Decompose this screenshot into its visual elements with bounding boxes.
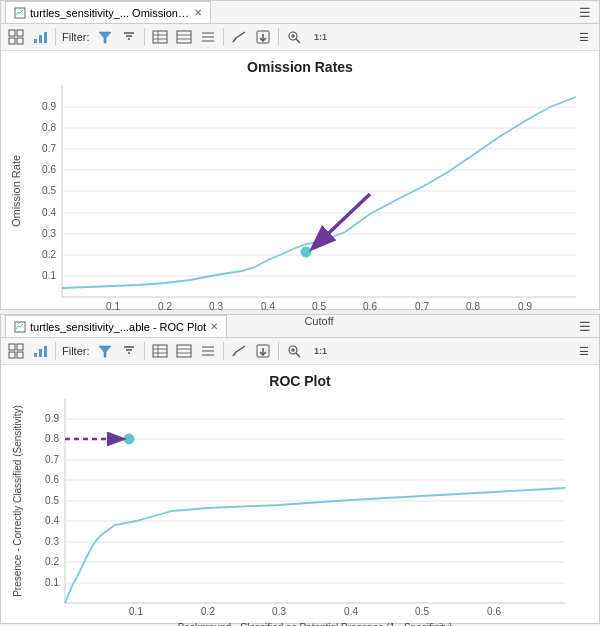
toolbar-grid-btn[interactable] bbox=[5, 26, 27, 48]
toolbar-filter-btn[interactable] bbox=[94, 26, 116, 48]
toolbar-menu-btn[interactable]: ☰ bbox=[573, 26, 595, 48]
bottom-panel: turtles_sensitivity_...able - ROC Plot ✕… bbox=[0, 314, 600, 624]
toolbar-zoom-fit-btn-b[interactable]: 1:1 bbox=[307, 340, 335, 362]
toolbar-sep3-b bbox=[223, 342, 224, 360]
svg-line-25 bbox=[296, 39, 300, 43]
toolbar-zoom-btn[interactable] bbox=[283, 26, 305, 48]
bottom-chart-area: ROC Plot Presence - Correctly Classified… bbox=[1, 365, 599, 626]
omission-highlight-point bbox=[301, 247, 311, 257]
svg-marker-66 bbox=[99, 346, 111, 357]
svg-marker-8 bbox=[99, 32, 111, 43]
svg-text:0.6: 0.6 bbox=[487, 606, 501, 617]
svg-text:0.8: 0.8 bbox=[45, 433, 59, 444]
svg-rect-3 bbox=[9, 38, 15, 44]
toolbar-export-btn[interactable] bbox=[252, 26, 274, 48]
top-chart-title: Omission Rates bbox=[1, 59, 599, 75]
omission-curve bbox=[62, 97, 576, 288]
top-tab-bar: turtles_sensitivity_... Omission Rates ✕… bbox=[1, 1, 599, 24]
svg-rect-64 bbox=[39, 349, 42, 357]
svg-text:0.7: 0.7 bbox=[415, 301, 429, 312]
svg-text:0.3: 0.3 bbox=[209, 301, 223, 312]
svg-text:0.5: 0.5 bbox=[42, 185, 56, 196]
toolbar-zoom-btn-b[interactable] bbox=[283, 340, 305, 362]
svg-text:0.8: 0.8 bbox=[466, 301, 480, 312]
toolbar-sep1 bbox=[55, 28, 56, 46]
toolbar-menu-btn-b[interactable]: ☰ bbox=[573, 340, 595, 362]
toolbar-funnel-btn-b[interactable] bbox=[118, 340, 140, 362]
svg-text:0.6: 0.6 bbox=[363, 301, 377, 312]
svg-text:0.5: 0.5 bbox=[45, 495, 59, 506]
y-axis-label-top: Omission Rate bbox=[10, 155, 22, 227]
svg-text:0.9: 0.9 bbox=[518, 301, 532, 312]
svg-text:0.3: 0.3 bbox=[272, 606, 286, 617]
svg-rect-2 bbox=[17, 30, 23, 36]
toolbar-export-btn-b[interactable] bbox=[252, 340, 274, 362]
svg-text:0.2: 0.2 bbox=[201, 606, 215, 617]
svg-rect-1 bbox=[9, 30, 15, 36]
svg-text:0.9: 0.9 bbox=[45, 413, 59, 424]
svg-rect-62 bbox=[17, 352, 23, 358]
top-toolbar: Filter: 1:1 ☰ bbox=[1, 24, 599, 51]
svg-rect-63 bbox=[34, 353, 37, 357]
toolbar-table-btn[interactable] bbox=[149, 26, 171, 48]
svg-rect-5 bbox=[34, 39, 37, 43]
toolbar-filter-btn-b[interactable] bbox=[94, 340, 116, 362]
top-tab-icon bbox=[14, 7, 26, 19]
svg-text:0.1: 0.1 bbox=[106, 301, 120, 312]
svg-text:0.9: 0.9 bbox=[42, 101, 56, 112]
toolbar-line-btn[interactable] bbox=[228, 26, 250, 48]
svg-text:0.2: 0.2 bbox=[42, 249, 56, 260]
toolbar-table2-btn-b[interactable] bbox=[173, 340, 195, 362]
svg-rect-65 bbox=[44, 346, 47, 357]
top-tab-close[interactable]: ✕ bbox=[194, 7, 202, 18]
bottom-chart-svg: Presence - Correctly Classified (Sensiti… bbox=[10, 393, 590, 626]
toolbar-chart-btn-b[interactable] bbox=[29, 340, 51, 362]
top-panel-menu-icon[interactable]: ☰ bbox=[575, 3, 595, 22]
svg-text:0.2: 0.2 bbox=[158, 301, 172, 312]
toolbar-grid-btn-b[interactable] bbox=[5, 340, 27, 362]
svg-text:0.1: 0.1 bbox=[129, 606, 143, 617]
svg-rect-6 bbox=[39, 35, 42, 43]
toolbar-chart-btn[interactable] bbox=[29, 26, 51, 48]
roc-curve bbox=[65, 488, 565, 603]
toolbar-sep3 bbox=[223, 28, 224, 46]
svg-text:0.6: 0.6 bbox=[45, 474, 59, 485]
svg-text:0.2: 0.2 bbox=[45, 556, 59, 567]
svg-text:0.3: 0.3 bbox=[42, 228, 56, 239]
toolbar-sep4 bbox=[278, 28, 279, 46]
top-chart-svg: Omission Rate 0.1 0.2 0.3 0.4 0.5 0.6 0.… bbox=[10, 79, 590, 331]
svg-rect-61 bbox=[9, 352, 15, 358]
toolbar-funnel-btn[interactable] bbox=[118, 26, 140, 48]
bottom-toolbar: Filter: 1:1 ☰ bbox=[1, 338, 599, 365]
toolbar-sep2 bbox=[144, 28, 145, 46]
svg-rect-4 bbox=[17, 38, 23, 44]
svg-text:0.4: 0.4 bbox=[344, 606, 358, 617]
top-tab[interactable]: turtles_sensitivity_... Omission Rates ✕ bbox=[5, 1, 211, 23]
svg-rect-12 bbox=[153, 31, 167, 43]
toolbar-sep4-b bbox=[278, 342, 279, 360]
top-chart-area: Omission Rates Omission Rate 0.1 0.2 0.3… bbox=[1, 51, 599, 331]
x-axis-label-top: Cutoff bbox=[304, 315, 334, 327]
svg-rect-70 bbox=[153, 345, 167, 357]
svg-rect-60 bbox=[17, 344, 23, 350]
svg-rect-7 bbox=[44, 32, 47, 43]
toolbar-table2-btn[interactable] bbox=[173, 26, 195, 48]
svg-rect-16 bbox=[177, 31, 191, 43]
svg-text:0.7: 0.7 bbox=[42, 143, 56, 154]
svg-text:0.7: 0.7 bbox=[45, 454, 59, 465]
toolbar-table-btn-b[interactable] bbox=[149, 340, 171, 362]
top-tab-label: turtles_sensitivity_... Omission Rates bbox=[30, 7, 190, 19]
toolbar-table3-btn[interactable] bbox=[197, 26, 219, 48]
filter-label-b: Filter: bbox=[62, 345, 90, 357]
svg-text:0.4: 0.4 bbox=[42, 207, 56, 218]
toolbar-sep1-b bbox=[55, 342, 56, 360]
svg-text:0.1: 0.1 bbox=[42, 270, 56, 281]
svg-text:0.5: 0.5 bbox=[312, 301, 326, 312]
svg-rect-74 bbox=[177, 345, 191, 357]
toolbar-table3-btn-b[interactable] bbox=[197, 340, 219, 362]
toolbar-zoom-fit-btn[interactable]: 1:1 bbox=[307, 26, 335, 48]
svg-text:0.4: 0.4 bbox=[45, 515, 59, 526]
svg-text:0.3: 0.3 bbox=[45, 536, 59, 547]
svg-text:0.6: 0.6 bbox=[42, 164, 56, 175]
toolbar-line-btn-b[interactable] bbox=[228, 340, 250, 362]
